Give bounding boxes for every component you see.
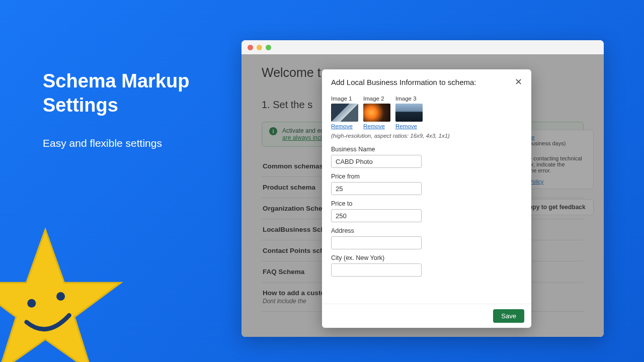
image-label: Image 2 <box>363 96 390 102</box>
modal-footer: Save <box>322 304 531 328</box>
city-input[interactable] <box>331 263 422 277</box>
image-label: Image 3 <box>395 96 423 102</box>
address-input[interactable] <box>331 236 422 249</box>
image-row: Image 1 Remove Image 2 Remove Image 3 Re… <box>331 96 522 130</box>
city-label: City (ex. New York) <box>331 254 522 261</box>
image-slot-2: Image 2 Remove <box>363 96 390 130</box>
image-thumbnail[interactable] <box>331 104 358 122</box>
svg-point-2 <box>56 292 65 301</box>
browser-window: Welcome t 1. Set the s i Activate and ed… <box>242 40 604 337</box>
modal-header: Add Local Business Information to schema… <box>322 69 531 93</box>
remove-image-link[interactable]: Remove <box>363 123 385 129</box>
image-thumbnail[interactable] <box>363 104 390 122</box>
image-label: Image 1 <box>331 96 358 102</box>
price-from-label: Price from <box>331 173 522 180</box>
business-name-input[interactable] <box>331 155 422 168</box>
star-mascot-icon <box>0 221 131 362</box>
close-icon[interactable]: ✕ <box>515 76 522 87</box>
price-to-label: Price to <box>331 200 522 207</box>
remove-image-link[interactable]: Remove <box>331 123 353 129</box>
image-hint: (high-resolution, aspect ratios: 16x9, 4… <box>331 133 522 139</box>
remove-image-link[interactable]: Remove <box>395 123 417 129</box>
address-label: Address <box>331 227 522 234</box>
business-name-label: Business Name <box>331 146 522 153</box>
image-thumbnail[interactable] <box>395 104 423 122</box>
image-slot-1: Image 1 Remove <box>331 96 358 130</box>
window-titlebar <box>242 40 604 54</box>
save-button[interactable]: Save <box>493 309 524 323</box>
promo-subtitle: Easy and flexible settings <box>43 134 204 152</box>
price-to-input[interactable] <box>331 209 422 222</box>
promo-title: Schema Markup Settings <box>43 69 204 117</box>
local-business-modal: Add Local Business Information to schema… <box>322 69 531 328</box>
window-close-icon[interactable] <box>248 45 253 50</box>
window-maximize-icon[interactable] <box>266 45 271 50</box>
promo-panel: Schema Markup Settings Easy and flexible… <box>43 69 204 152</box>
svg-point-1 <box>27 299 36 308</box>
modal-title: Add Local Business Information to schema… <box>331 78 476 86</box>
image-slot-3: Image 3 Remove <box>395 96 423 130</box>
price-from-input[interactable] <box>331 182 422 195</box>
modal-body[interactable]: Image 1 Remove Image 2 Remove Image 3 Re… <box>322 93 531 304</box>
window-minimize-icon[interactable] <box>257 45 262 50</box>
